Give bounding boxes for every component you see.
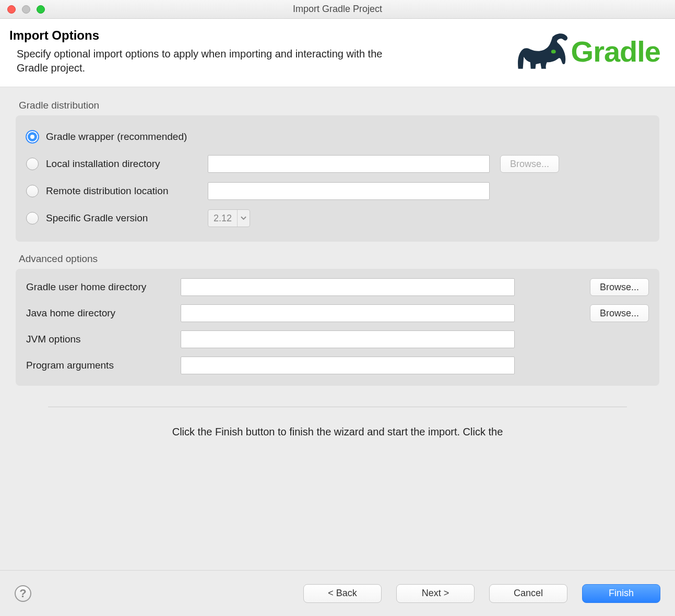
cancel-button[interactable]: Cancel (489, 584, 567, 603)
java-home-label: Java home directory (26, 307, 177, 319)
radio-remote[interactable] (26, 185, 39, 197)
advanced-group-label: Advanced options (19, 253, 659, 265)
finish-button[interactable]: Finish (582, 584, 660, 603)
gradle-logo-text: Gradle (571, 34, 660, 68)
window-controls (7, 5, 45, 14)
jvm-options-input[interactable] (181, 330, 515, 348)
local-directory-input[interactable] (208, 155, 490, 173)
program-args-input[interactable] (181, 357, 515, 374)
window-title: Import Gradle Project (0, 4, 675, 15)
program-args-label: Program arguments (26, 360, 177, 371)
browse-local-button[interactable]: Browse... (500, 155, 559, 173)
java-home-input[interactable] (181, 304, 515, 322)
titlebar: Import Gradle Project (0, 0, 675, 19)
wizard-button-bar: ? < Back Next > Cancel Finish (0, 570, 675, 616)
advanced-group: Gradle user home directory Browse... Jav… (16, 269, 659, 386)
chevron-down-icon (237, 210, 246, 227)
radio-specific-label[interactable]: Specific Gradle version (46, 212, 208, 224)
user-home-label: Gradle user home directory (26, 281, 177, 293)
distribution-option-specific: Specific Gradle version 2.12 (26, 206, 649, 230)
radio-specific[interactable] (26, 212, 39, 224)
distribution-option-wrapper: Gradle wrapper (recommended) (26, 125, 649, 149)
gradle-version-combobox[interactable]: 2.12 (208, 209, 250, 227)
distribution-group-label: Gradle distribution (19, 100, 659, 111)
back-button[interactable]: < Back (303, 584, 382, 603)
close-window-button[interactable] (7, 5, 16, 14)
jvm-options-row: JVM options (26, 330, 649, 348)
browse-user-home-button[interactable]: Browse... (590, 278, 649, 296)
gradle-elephant-icon (517, 30, 575, 72)
wizard-content: Gradle distribution Gradle wrapper (reco… (0, 87, 675, 570)
radio-local-label[interactable]: Local installation directory (46, 158, 208, 170)
page-title: Import Options (9, 28, 517, 43)
nav-buttons: < Back Next > Cancel Finish (303, 584, 660, 603)
hint-divider (48, 407, 627, 407)
radio-local[interactable] (26, 158, 39, 170)
wizard-header: Import Options Specify optional import o… (0, 19, 675, 87)
radio-remote-label[interactable]: Remote distribution location (46, 185, 208, 197)
minimize-window-button[interactable] (22, 5, 30, 14)
java-home-row: Java home directory Browse... (26, 304, 649, 322)
next-button[interactable]: Next > (396, 584, 475, 603)
gradle-version-value: 2.12 (214, 213, 232, 224)
radio-wrapper-label[interactable]: Gradle wrapper (recommended) (46, 131, 208, 143)
radio-wrapper[interactable] (26, 131, 39, 143)
program-args-row: Program arguments (26, 357, 649, 374)
distribution-option-remote: Remote distribution location (26, 179, 649, 203)
wizard-hint: Click the Finish button to finish the wi… (16, 426, 659, 438)
page-description: Specify optional import options to apply… (17, 47, 413, 75)
remote-location-input[interactable] (208, 182, 490, 200)
zoom-window-button[interactable] (37, 5, 45, 14)
user-home-input[interactable] (181, 278, 515, 296)
gradle-logo: Gradle (517, 30, 660, 72)
distribution-group: Gradle wrapper (recommended) Local insta… (16, 115, 659, 242)
user-home-row: Gradle user home directory Browse... (26, 278, 649, 296)
browse-java-home-button[interactable]: Browse... (590, 304, 649, 322)
svg-point-0 (551, 50, 555, 53)
jvm-options-label: JVM options (26, 334, 177, 345)
help-icon[interactable]: ? (15, 585, 31, 602)
distribution-option-local: Local installation directory Browse... (26, 152, 649, 176)
